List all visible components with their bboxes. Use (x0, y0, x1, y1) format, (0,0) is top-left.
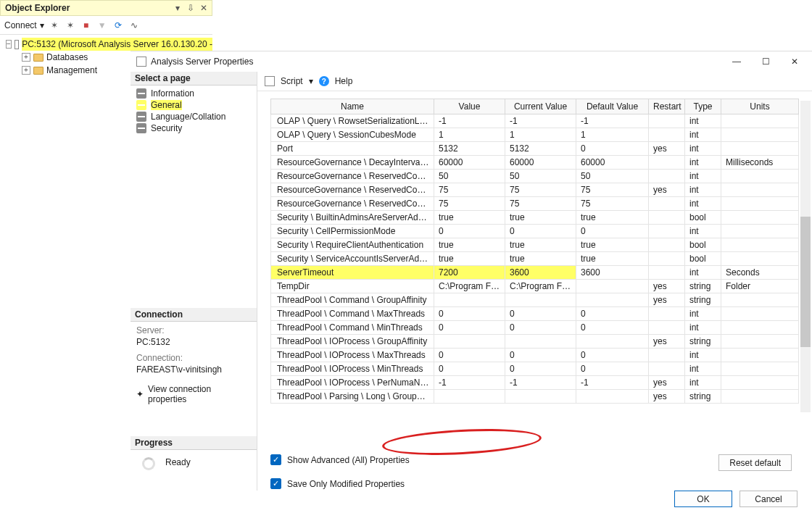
table-row[interactable]: OLAP \ Query \ RowsetSerializationLimit-… (271, 114, 799, 128)
column-header[interactable]: Units (721, 99, 799, 114)
select-page-header: Select a page (130, 72, 257, 86)
dialog-icon (136, 57, 146, 67)
collapse-icon[interactable]: − (6, 40, 12, 49)
stop-icon[interactable]: ■ (80, 20, 92, 31)
tree-node-label: Databases (46, 51, 88, 64)
script-button[interactable]: Script (281, 76, 303, 86)
column-header[interactable]: Restart (649, 99, 685, 114)
properties-grid[interactable]: NameValueCurrent ValueDefault ValueResta… (270, 99, 799, 404)
table-row[interactable]: TempDirC:\Program Files...C:\Program Fil… (271, 280, 799, 293)
column-header[interactable]: Type (685, 99, 721, 114)
disconnect-icon[interactable]: ✶ (65, 20, 76, 31)
server-value: PC:5132 (136, 336, 251, 348)
reset-default-button[interactable]: Reset default (718, 454, 792, 471)
table-row[interactable]: ThreadPool \ IOProcess \ MaxThreads000in… (271, 349, 799, 362)
server-icon (14, 40, 19, 49)
cancel-button[interactable]: Cancel (740, 491, 798, 507)
view-connection-properties[interactable]: ✦ View connection properties (130, 381, 257, 407)
table-row[interactable]: ResourceGovernance \ ReservedCompute...7… (271, 183, 799, 197)
progress-spinner-icon (142, 457, 155, 470)
tree-root-node[interactable]: − PC:5132 (Microsoft Analysis Server 16.… (3, 38, 212, 51)
show-advanced-label: Show Advanced (All) Properties (287, 455, 410, 465)
connect-icon[interactable]: ✶ (49, 20, 60, 31)
tree-root-label: PC:5132 (Microsoft Analysis Server 16.0.… (22, 38, 212, 51)
table-row[interactable]: Port513251320yesint (271, 142, 799, 156)
activity-icon[interactable]: ∿ (128, 20, 140, 31)
script-icon (265, 76, 275, 86)
table-row[interactable]: OLAP \ Query \ SessionCubesMode111int (271, 128, 799, 142)
dropdown-icon[interactable]: ▾ (171, 1, 184, 14)
wrench-icon (136, 88, 146, 99)
page-label: General (151, 100, 182, 110)
minimize-button[interactable]: — (722, 51, 751, 72)
column-header[interactable]: Default Value (576, 99, 649, 114)
help-button[interactable]: Help (335, 76, 353, 86)
page-list: InformationGeneralLanguage/CollationSecu… (130, 86, 257, 138)
wrench-icon (136, 100, 146, 110)
progress-header: Progress (130, 436, 257, 450)
folder-icon (33, 67, 44, 75)
page-item-language-collation[interactable]: Language/Collation (130, 111, 257, 122)
table-row[interactable]: Security \ CellPermissionMode000int (271, 225, 799, 238)
object-explorer-titlebar: Object Explorer ▾ ⇩ ✕ (0, 0, 212, 16)
table-row[interactable]: ThreadPool \ Command \ MaxThreads000int (271, 307, 799, 321)
table-row[interactable]: ThreadPool \ IOProcess \ GroupAffinityye… (271, 335, 799, 349)
column-header[interactable]: Value (434, 99, 505, 114)
table-row[interactable]: ResourceGovernance \ DecayIntervalCPU...… (271, 156, 799, 170)
table-row[interactable]: ThreadPool \ IOProcess \ MinThreads000in… (271, 362, 799, 376)
table-row[interactable]: Security \ BuiltinAdminsAreServerAdminst… (271, 211, 799, 225)
pin-icon[interactable]: ⇩ (184, 1, 197, 14)
page-item-general[interactable]: General (130, 99, 257, 111)
script-dropdown-icon[interactable]: ▾ (309, 76, 313, 86)
table-row[interactable]: ThreadPool \ Parsing \ Long \ GroupAffin… (271, 390, 799, 404)
object-explorer-title: Object Explorer (5, 3, 70, 13)
table-row[interactable]: ResourceGovernance \ ReservedCompute...5… (271, 170, 799, 183)
server-label: Server: (136, 325, 251, 336)
refresh-icon[interactable]: ⟳ (112, 20, 124, 31)
page-item-information[interactable]: Information (130, 88, 257, 99)
connection-label: Connection: (136, 352, 251, 364)
connection-value: FAREAST\v-vinitsingh (136, 364, 251, 375)
page-item-security[interactable]: Security (130, 122, 257, 134)
table-row[interactable]: ThreadPool \ Command \ GroupAffinityyess… (271, 293, 799, 307)
scrollbar-thumb[interactable] (800, 217, 811, 347)
show-advanced-checkbox[interactable]: ✓ (270, 454, 281, 465)
folder-icon (33, 54, 44, 62)
wrench-icon (136, 123, 146, 133)
column-header[interactable]: Current Value (505, 99, 576, 114)
tree-node-label: Management (46, 64, 97, 77)
column-header[interactable]: Name (271, 99, 434, 114)
connect-button[interactable]: Connect▾ (4, 20, 44, 30)
object-explorer-toolbar: Connect▾ ✶ ✶ ■ ▼ ⟳ ∿ (0, 16, 212, 35)
save-only-modified-checkbox[interactable]: ✓ (270, 478, 281, 489)
page-label: Language/Collation (151, 112, 225, 122)
connection-header: Connection (130, 308, 257, 322)
page-label: Security (151, 123, 182, 133)
wrench-icon (136, 112, 146, 122)
table-row[interactable]: ThreadPool \ IOProcess \ PerNumaNode-1-1… (271, 376, 799, 390)
table-row[interactable]: ServerTimeout720036003600intSeconds (271, 266, 799, 280)
filter-icon[interactable]: ▼ (96, 20, 108, 31)
table-row[interactable]: Security \ ServiceAccountIsServerAdmintr… (271, 252, 799, 266)
table-row[interactable]: Security \ RequireClientAuthenticationtr… (271, 238, 799, 252)
table-row[interactable]: ResourceGovernance \ ReservedCompute...7… (271, 197, 799, 211)
expand-icon[interactable]: + (22, 53, 30, 62)
progress-status: Ready (165, 457, 191, 467)
help-icon: ? (319, 76, 329, 86)
save-only-modified-label: Save Only Modified Properties (287, 479, 405, 489)
properties-dialog: Analysis Server Properties — ☐ ✕ Select … (130, 51, 812, 513)
connection-props-icon: ✦ (136, 389, 144, 399)
close-icon[interactable]: ✕ (197, 1, 210, 14)
close-button[interactable]: ✕ (780, 51, 809, 72)
expand-icon[interactable]: + (22, 66, 30, 75)
ok-button[interactable]: OK (674, 491, 732, 507)
table-row[interactable]: ThreadPool \ Command \ MinThreads000int (271, 321, 799, 335)
dialog-title: Analysis Server Properties (151, 57, 253, 67)
page-label: Information (151, 88, 194, 99)
maximize-button[interactable]: ☐ (751, 51, 780, 72)
